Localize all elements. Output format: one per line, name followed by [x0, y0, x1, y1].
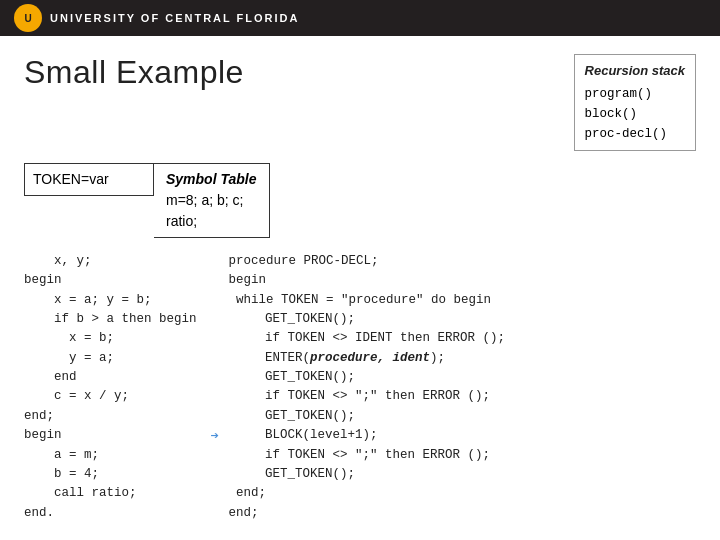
stack-item-proc-decl: proc-decl() — [585, 124, 685, 144]
proc-line-9: BLOCK(level+1); — [229, 426, 696, 445]
main-content: Small Example Recursion stack program() … — [0, 36, 720, 535]
proc-line-10: if TOKEN <> ";" then ERROR (); — [229, 446, 696, 465]
token-label: TOKEN= — [33, 171, 89, 187]
src-line-5: y = a; — [24, 349, 197, 368]
ucf-logo-icon: U — [14, 4, 42, 32]
proc-line-0: procedure PROC-DECL; — [229, 252, 696, 271]
recursion-stack-box: Recursion stack program() block() proc-d… — [574, 54, 696, 151]
src-line-10: a = m; — [24, 446, 197, 465]
symbol-table-line1: m=8; a; b; c; — [166, 190, 257, 211]
title-row: Small Example Recursion stack program() … — [24, 54, 696, 151]
src-line-3: if b > a then begin — [24, 310, 197, 329]
proc-line-7: if TOKEN <> ";" then ERROR (); — [229, 387, 696, 406]
src-line-6: end — [24, 368, 197, 387]
recursion-stack-title: Recursion stack — [585, 61, 685, 82]
src-line-9: begin — [24, 426, 197, 445]
proc-line-1: begin — [229, 271, 696, 290]
svg-text:U: U — [24, 13, 31, 24]
university-name-label: UNIVERSITY OF CENTRAL FLORIDA — [50, 12, 300, 24]
proc-line-13: end; — [229, 504, 696, 523]
stack-item-block: block() — [585, 104, 685, 124]
proc-line-3: GET_TOKEN(); — [229, 310, 696, 329]
proc-line-5: ENTER(procedure, ident); — [229, 349, 696, 368]
proc-line-2: while TOKEN = "procedure" do begin — [229, 291, 696, 310]
src-line-1: begin — [24, 271, 197, 290]
content-area: x, y; begin x = a; y = b; if b > a then … — [24, 252, 696, 523]
ucf-logo: U UNIVERSITY OF CENTRAL FLORIDA — [14, 4, 300, 32]
info-row: TOKEN=var Symbol Table m=8; a; b; c; rat… — [24, 163, 696, 238]
src-line-7: c = x / y; — [24, 387, 197, 406]
proc-line-12: end; — [229, 484, 696, 503]
src-line-13: end. — [24, 504, 197, 523]
paw-icon: U — [18, 8, 38, 28]
proc-line-8: GET_TOKEN(); — [229, 407, 696, 426]
proc-line-11: GET_TOKEN(); — [229, 465, 696, 484]
stack-item-program: program() — [585, 84, 685, 104]
src-line-8: end; — [24, 407, 197, 426]
src-line-2: x = a; y = b; — [24, 291, 197, 310]
procedure-code-panel: procedure PROC-DECL; begin while TOKEN =… — [207, 252, 696, 523]
proc-line-6: GET_TOKEN(); — [229, 368, 696, 387]
symbol-table-label: Symbol Table — [166, 169, 257, 190]
token-box: TOKEN=var — [24, 163, 154, 196]
symbol-table-box: Symbol Table m=8; a; b; c; ratio; — [154, 163, 270, 238]
header-bar: U UNIVERSITY OF CENTRAL FLORIDA — [0, 0, 720, 36]
token-value: var — [89, 171, 108, 187]
symbol-table-line2: ratio; — [166, 211, 257, 232]
source-code-panel: x, y; begin x = a; y = b; if b > a then … — [24, 252, 207, 523]
src-line-0: x, y; — [24, 252, 197, 271]
page-title: Small Example — [24, 54, 244, 91]
src-line-11: b = 4; — [24, 465, 197, 484]
src-line-4: x = b; — [24, 329, 197, 348]
src-line-12: call ratio; — [24, 484, 197, 503]
proc-line-4: if TOKEN <> IDENT then ERROR (); — [229, 329, 696, 348]
